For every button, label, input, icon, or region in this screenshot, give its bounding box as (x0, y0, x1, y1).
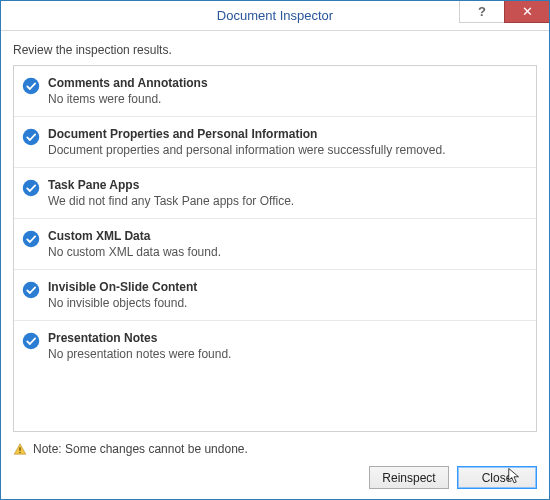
help-icon: ? (478, 4, 486, 19)
check-icon (22, 128, 40, 146)
results-list: Comments and Annotations No items were f… (13, 65, 537, 432)
close-button[interactable]: Close (457, 466, 537, 489)
result-text: Comments and Annotations No items were f… (48, 76, 526, 106)
note-text: Note: Some changes cannot be undone. (33, 442, 248, 456)
warning-icon (13, 442, 27, 456)
instruction-text: Review the inspection results. (13, 43, 537, 57)
result-title: Invisible On-Slide Content (48, 280, 526, 294)
titlebar: Document Inspector ? ✕ (1, 1, 549, 31)
window-title: Document Inspector (217, 8, 333, 23)
help-button[interactable]: ? (459, 1, 504, 23)
result-title: Custom XML Data (48, 229, 526, 243)
close-icon: ✕ (522, 4, 533, 19)
result-desc: No items were found. (48, 92, 526, 106)
result-item: Invisible On-Slide Content No invisible … (14, 270, 536, 321)
result-text: Custom XML Data No custom XML data was f… (48, 229, 526, 259)
result-desc: We did not find any Task Pane apps for O… (48, 194, 526, 208)
note-row: Note: Some changes cannot be undone. (13, 442, 537, 456)
check-icon (22, 179, 40, 197)
result-desc: No invisible objects found. (48, 296, 526, 310)
reinspect-button[interactable]: Reinspect (369, 466, 449, 489)
check-icon (22, 332, 40, 350)
result-desc: Document properties and personal informa… (48, 143, 526, 157)
result-desc: No presentation notes were found. (48, 347, 526, 361)
result-text: Invisible On-Slide Content No invisible … (48, 280, 526, 310)
result-desc: No custom XML data was found. (48, 245, 526, 259)
dialog-footer: Note: Some changes cannot be undone. Rei… (13, 432, 537, 489)
dialog-content: Review the inspection results. Comments … (1, 31, 549, 499)
button-row: Reinspect Close (13, 466, 537, 489)
result-text: Document Properties and Personal Informa… (48, 127, 526, 157)
check-icon (22, 230, 40, 248)
result-title: Comments and Annotations (48, 76, 526, 90)
dialog-window: Document Inspector ? ✕ Review the inspec… (0, 0, 550, 500)
check-icon (22, 281, 40, 299)
window-close-button[interactable]: ✕ (504, 1, 549, 23)
result-title: Document Properties and Personal Informa… (48, 127, 526, 141)
result-text: Task Pane Apps We did not find any Task … (48, 178, 526, 208)
titlebar-controls: ? ✕ (459, 1, 549, 23)
result-item: Document Properties and Personal Informa… (14, 117, 536, 168)
result-item: Custom XML Data No custom XML data was f… (14, 219, 536, 270)
result-title: Presentation Notes (48, 331, 526, 345)
result-text: Presentation Notes No presentation notes… (48, 331, 526, 361)
result-item: Comments and Annotations No items were f… (14, 66, 536, 117)
result-item: Task Pane Apps We did not find any Task … (14, 168, 536, 219)
result-title: Task Pane Apps (48, 178, 526, 192)
result-item: Presentation Notes No presentation notes… (14, 321, 536, 371)
check-icon (22, 77, 40, 95)
